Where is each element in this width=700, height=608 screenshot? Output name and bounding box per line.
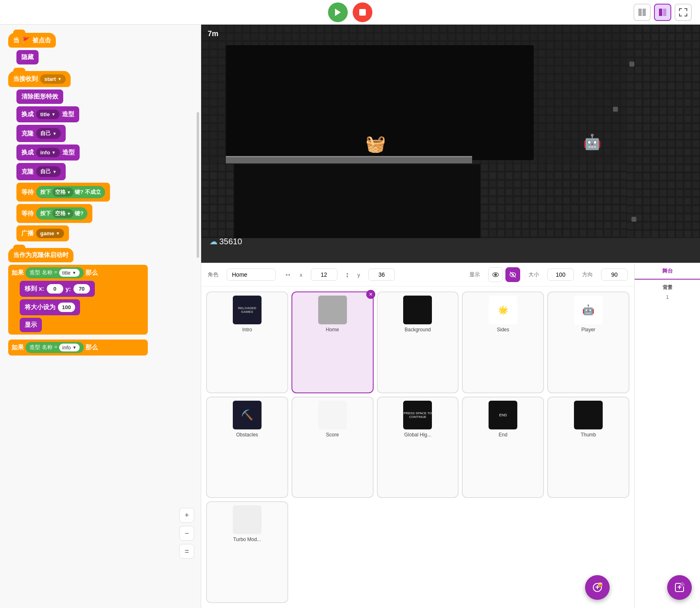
space-dropdown-2[interactable]: 空格 ▼ (53, 209, 73, 218)
not-label: 不成立 (85, 189, 101, 195)
add-sprite-button[interactable]: + 🐱 (585, 575, 610, 600)
sprite-label-global: Global Hig... (404, 432, 431, 438)
sprite-card-global[interactable]: PRESS SPACE TO CONTINUE Global Hig... (377, 397, 459, 498)
sprite-card-thumb[interactable]: Thumb (547, 397, 629, 498)
score-bottom-value: 35610 (219, 237, 242, 246)
layout-code-button[interactable] (654, 4, 671, 21)
size-input[interactable]: 100 (58, 303, 75, 312)
svg-rect-1 (359, 9, 366, 16)
game-label: game (40, 230, 54, 236)
main-content: 当 🚩 被点击 隐藏 当接收到 start ▼ 清除图形特效 换成 (0, 25, 700, 608)
self-dropdown-2[interactable]: 自己 ▼ (36, 166, 61, 177)
y-input[interactable]: 70 (73, 284, 90, 294)
sprite-img-player: 🤖 (574, 296, 603, 324)
press-label: 按下 (40, 189, 51, 195)
start-dropdown[interactable]: start ▼ (40, 74, 66, 84)
zoom-controls-left: + − = (179, 508, 194, 559)
right-rocks-svg (626, 25, 700, 263)
dropdown-arrow-3: ▼ (53, 131, 57, 136)
switch-costume-1-block[interactable]: 换成 title ▼ 造型 (16, 106, 79, 122)
green-flag-button[interactable] (328, 2, 348, 22)
wait-key-2-block[interactable]: 等待 按下 空格 ▼ 键? (16, 204, 92, 223)
sprite-img-global: PRESS SPACE TO CONTINUE (403, 401, 432, 429)
y-input-field[interactable] (368, 268, 395, 281)
x-input-field[interactable] (311, 268, 337, 281)
hide-block[interactable]: 隐藏 (16, 50, 39, 64)
show-block[interactable]: 显示 (20, 318, 42, 332)
sprite-card-end[interactable]: END End (462, 397, 544, 498)
dropdown-arrow-6: ▼ (67, 190, 71, 195)
add-bg-area: + 🖼 (667, 575, 692, 600)
zoom-out-button[interactable]: − (179, 526, 194, 541)
right-section: 🧺 🤖 7m ☁ 35610 (201, 25, 700, 608)
add-bg-button[interactable]: + 🖼 (667, 575, 692, 600)
set-size-block[interactable]: 将大小设为 100 (20, 299, 80, 315)
title-dropdown[interactable]: title ▼ (36, 110, 60, 119)
size-input-field[interactable] (547, 268, 574, 281)
stage-tabs: 舞台 (635, 263, 700, 280)
eye-hidden-icon[interactable] (505, 267, 520, 282)
when-clone-block[interactable]: 当作为克隆体启动时 (8, 248, 73, 262)
layout-split-button[interactable] (633, 4, 651, 21)
sprite-label-end: End (499, 432, 507, 438)
sprite-label-home: Home (326, 327, 339, 333)
wait-2-label: 等待 (21, 210, 34, 218)
self-dropdown-1[interactable]: 自己 ▼ (36, 128, 61, 139)
space-1-label: 空格 (55, 188, 66, 196)
space-dropdown-1[interactable]: 空格 ▼ (53, 188, 73, 197)
info-dropdown[interactable]: info ▼ (36, 148, 60, 157)
sprite-card-home[interactable]: ✕ Home (291, 291, 374, 393)
sprite-card-player[interactable]: 🤖 Player (547, 291, 629, 393)
if-label-1: 如果 (11, 269, 24, 277)
sprite-card-obstacles[interactable]: ⛏️ Obstacles (206, 397, 288, 498)
title-val-label: title (62, 270, 71, 276)
sprite-card-sides[interactable]: 🌟 Sides (462, 291, 544, 393)
sprite-name-input[interactable] (227, 268, 276, 281)
zoom-in-button[interactable]: + (179, 508, 194, 523)
title-val-dropdown[interactable]: title ▼ (59, 269, 80, 277)
clone-2-block[interactable]: 克隆 自己 ▼ (16, 163, 66, 180)
sprite-card-turbo[interactable]: Turbo Mod... (206, 501, 288, 603)
x-input[interactable]: 0 (47, 284, 63, 294)
hide-label: 隐藏 (21, 53, 34, 61)
sprite-card-score[interactable]: Score (291, 397, 374, 498)
when-flag-block[interactable]: 当 🚩 被点击 (8, 33, 56, 48)
sprite-label-thumb: Thumb (581, 432, 596, 438)
go-x-label: 移到 x: (25, 285, 44, 293)
sprite-card-intro[interactable]: RELOADEDGAMES Intro (206, 291, 288, 393)
bottom-ground (201, 238, 700, 263)
broadcast-block[interactable]: 广播 game ▼ (16, 225, 69, 241)
stage-tab[interactable]: 舞台 (635, 263, 700, 280)
sprite-panel: 角色 ↔ x ↕ y 显示 (201, 263, 634, 608)
sprite-img-background (403, 296, 432, 324)
goto-block[interactable]: 移到 x: 0 y: 70 (20, 281, 95, 297)
wait-key-1-block[interactable]: 等待 按下 空格 ▼ 键? 不成立 (16, 183, 110, 202)
delete-badge-home[interactable]: ✕ (366, 290, 375, 299)
direction-input-field[interactable] (601, 268, 628, 281)
game-dropdown[interactable]: game ▼ (36, 229, 64, 238)
costume-name-label-2: 造型 (30, 344, 40, 351)
dropdown-arrow: ▼ (57, 77, 62, 81)
info-val-dropdown[interactable]: info ▼ (59, 344, 80, 351)
if-info-row: 如果 造型 名称 = info ▼ 那么 (11, 342, 145, 353)
clone-1-block[interactable]: 克隆 自己 ▼ (16, 125, 66, 142)
add-sprite-icon: + 🐱 (592, 582, 603, 593)
clear-effects-block[interactable]: 清除图形特效 (16, 89, 63, 104)
when-receive-block[interactable]: 当接收到 start ▼ (8, 71, 71, 87)
then-label-2: 那么 (85, 344, 98, 351)
eye-visible-icon[interactable] (488, 267, 503, 282)
switch-costume-2-block[interactable]: 换成 info ▼ 造型 (16, 145, 80, 161)
stop-button[interactable] (353, 2, 372, 22)
top-bar (0, 0, 700, 25)
name-label-1: 名称 (42, 269, 53, 277)
svg-text:🖼: 🖼 (680, 583, 684, 587)
sprite-label-player: Player (581, 327, 595, 333)
fullscreen-button[interactable] (675, 4, 692, 21)
obstacle-3 (631, 217, 636, 222)
sprite-card-background[interactable]: Background (377, 291, 459, 393)
wait-condition-2: 按下 空格 ▼ 键? (36, 207, 87, 220)
more-button[interactable]: = (179, 544, 194, 559)
add-bg-icon: + 🖼 (674, 582, 685, 593)
self-2-label: 自己 (40, 168, 51, 175)
dropdown-arrow-7: ▼ (67, 211, 71, 216)
